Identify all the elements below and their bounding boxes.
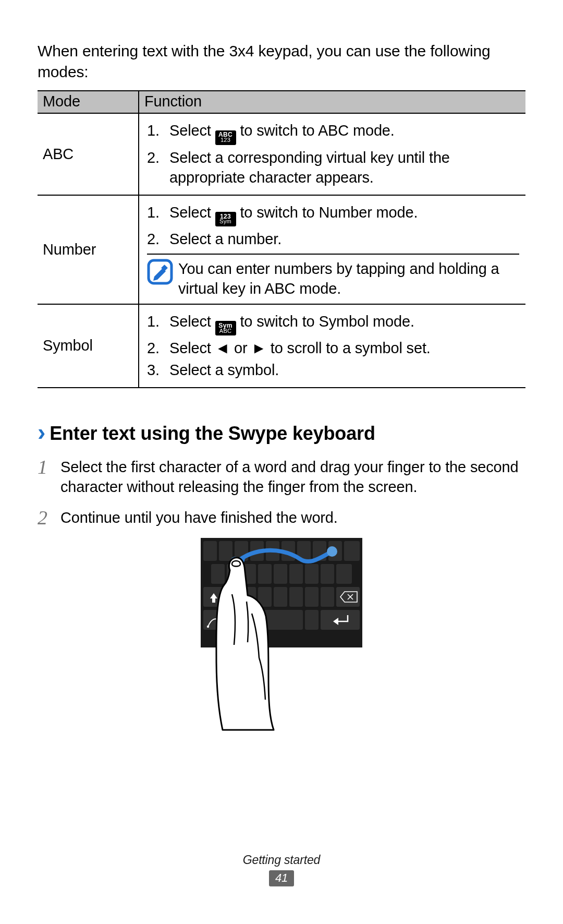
svg-rect-26 [274, 587, 287, 607]
svg-point-40 [327, 546, 337, 557]
step-item: Select a number. [144, 229, 523, 249]
document-page: When entering text with the 3x4 keypad, … [0, 0, 563, 924]
svg-rect-19 [305, 564, 319, 584]
table-header-mode: Mode [38, 91, 139, 113]
svg-rect-12 [344, 541, 360, 561]
page-number: 41 [269, 870, 294, 886]
svg-rect-16 [258, 564, 272, 584]
123-sym-key-icon: 123Sym [215, 212, 236, 226]
modes-table: Mode Function ABC Select ABC123 to switc… [38, 90, 525, 388]
function-cell-symbol: Select SymABC to switch to Symbol mode. … [139, 304, 525, 387]
footer-section-label: Getting started [0, 853, 563, 867]
step-text-pre: Select [169, 204, 215, 221]
svg-rect-28 [305, 587, 319, 607]
table-row: ABC Select ABC123 to switch to ABC mode.… [38, 113, 525, 195]
step-text-post: to switch to ABC mode. [236, 122, 395, 139]
step-text-post: to switch to Number mode. [236, 204, 418, 221]
svg-rect-38 [305, 610, 319, 630]
note-icon [147, 259, 173, 289]
step-item: Select SymABC to switch to Symbol mode. [144, 311, 523, 337]
main-steps-list: Select the first character of a word and… [38, 457, 525, 528]
mode-cell-abc: ABC [38, 113, 139, 195]
mode-cell-symbol: Symbol [38, 304, 139, 387]
sym-abc-key-icon: SymABC [215, 321, 236, 335]
svg-rect-13 [211, 564, 225, 584]
svg-rect-39 [321, 610, 360, 630]
page-footer: Getting started 41 [0, 853, 563, 886]
svg-rect-20 [321, 564, 334, 584]
step-item: Select a corresponding virtual key until… [144, 148, 523, 188]
step-item: Select 123Sym to switch to Number mode. [144, 202, 523, 227]
svg-rect-30 [336, 587, 360, 607]
abc-123-key-icon: ABC123 [215, 130, 236, 145]
note-text: You can enter numbers by tapping and hol… [178, 259, 525, 299]
svg-rect-4 [219, 541, 232, 561]
divider [147, 254, 519, 255]
svg-rect-3 [203, 541, 217, 561]
step-item: Select a symbol. [144, 360, 523, 380]
svg-rect-18 [289, 564, 303, 584]
svg-point-34 [207, 626, 209, 628]
svg-rect-29 [321, 587, 334, 607]
table-row: Symbol Select SymABC to switch to Symbol… [38, 304, 525, 387]
svg-rect-21 [336, 564, 352, 584]
table-header-function: Function [139, 91, 525, 113]
svg-rect-27 [289, 587, 303, 607]
chevron-icon: › [38, 418, 45, 446]
section-heading: › Enter text using the Swype keyboard [38, 419, 525, 448]
step-text-pre: Select [169, 122, 215, 139]
step-item: Select ◄ or ► to scroll to a symbol set. [144, 338, 523, 358]
step-text-post: to switch to Symbol mode. [236, 313, 414, 330]
function-cell-number: Select 123Sym to switch to Number mode. … [139, 195, 525, 304]
function-cell-abc: Select ABC123 to switch to ABC mode. Sel… [139, 113, 525, 195]
swype-illustration [38, 538, 525, 731]
step-item: Select ABC123 to switch to ABC mode. [144, 121, 523, 146]
main-step-1: Select the first character of a word and… [38, 457, 525, 497]
table-row: Number Select 123Sym to switch to Number… [38, 195, 525, 304]
svg-rect-17 [274, 564, 287, 584]
main-step-2: Continue until you have finished the wor… [38, 508, 525, 528]
mode-cell-number: Number [38, 195, 139, 304]
section-title-text: Enter text using the Swype keyboard [50, 423, 375, 445]
step-text-pre: Select [169, 313, 215, 330]
intro-text: When entering text with the 3x4 keypad, … [38, 41, 525, 82]
